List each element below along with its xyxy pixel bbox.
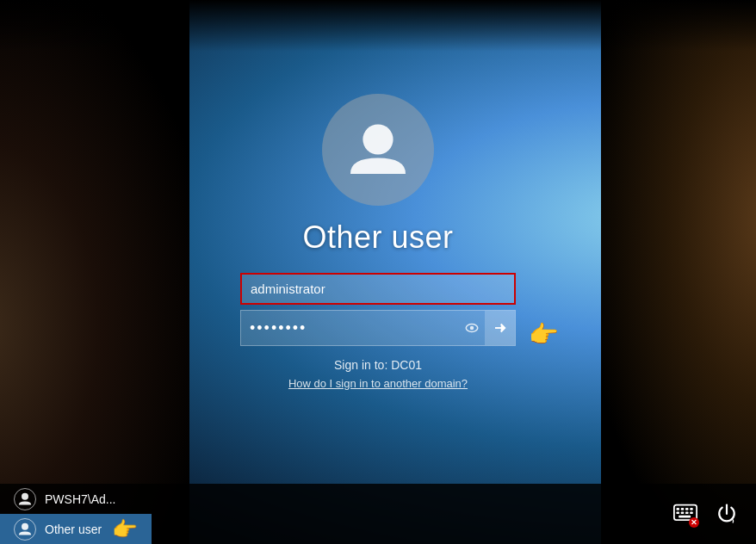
- submit-button[interactable]: [485, 311, 515, 345]
- power-icon: [715, 502, 739, 526]
- power-button[interactable]: [711, 498, 742, 529]
- svg-rect-15: [679, 516, 691, 518]
- user-silhouette-icon-pwsh7: [18, 492, 32, 506]
- domain-link[interactable]: How do I sign in to another domain?: [288, 377, 468, 390]
- password-row: [240, 310, 516, 346]
- password-input[interactable]: [241, 312, 458, 344]
- svg-rect-9: [685, 508, 689, 510]
- bottom-bar: PWSH7\Ad... Other user 👉: [0, 484, 756, 544]
- system-tray: ✕: [670, 484, 742, 544]
- svg-point-5: [22, 522, 28, 529]
- login-panel: Other user: [0, 0, 756, 484]
- user-list: PWSH7\Ad... Other user 👉: [0, 484, 152, 544]
- user-label-pwsh7: PWSH7\Ad...: [45, 492, 115, 506]
- user-silhouette-icon-other: [18, 522, 32, 536]
- svg-rect-11: [677, 511, 680, 514]
- user-item-pwsh7[interactable]: PWSH7\Ad...: [0, 484, 152, 514]
- user-item-other[interactable]: Other user 👉: [0, 514, 152, 544]
- svg-rect-8: [681, 508, 685, 510]
- username-input[interactable]: [242, 275, 514, 303]
- svg-point-2: [469, 326, 474, 331]
- svg-rect-13: [685, 511, 689, 514]
- svg-rect-7: [677, 508, 680, 510]
- keyboard-accessibility-button[interactable]: ✕: [670, 498, 701, 529]
- user-avatar-icon: [344, 115, 412, 184]
- arrow-right-icon: [493, 320, 508, 336]
- username-display: Other user: [302, 219, 453, 256]
- user-icon-pwsh7: [14, 488, 36, 510]
- user-label-other: Other user: [45, 522, 102, 536]
- credential-inputs: [240, 273, 516, 346]
- user-avatar: [322, 94, 434, 206]
- username-input-wrapper: [240, 273, 516, 305]
- svg-rect-10: [690, 508, 693, 510]
- sign-in-to-label: Sign in to: DC01: [334, 358, 422, 372]
- svg-point-4: [22, 492, 28, 499]
- svg-rect-12: [681, 511, 685, 514]
- eye-icon: [464, 320, 480, 336]
- svg-rect-14: [690, 511, 693, 514]
- password-reveal-button[interactable]: [458, 312, 485, 343]
- keyboard-error-badge: ✕: [689, 517, 699, 528]
- annotation-hand-2: 👉: [112, 517, 138, 541]
- svg-point-0: [363, 124, 393, 154]
- user-icon-other: [14, 518, 36, 541]
- annotation-hand-1: 👉: [529, 320, 559, 349]
